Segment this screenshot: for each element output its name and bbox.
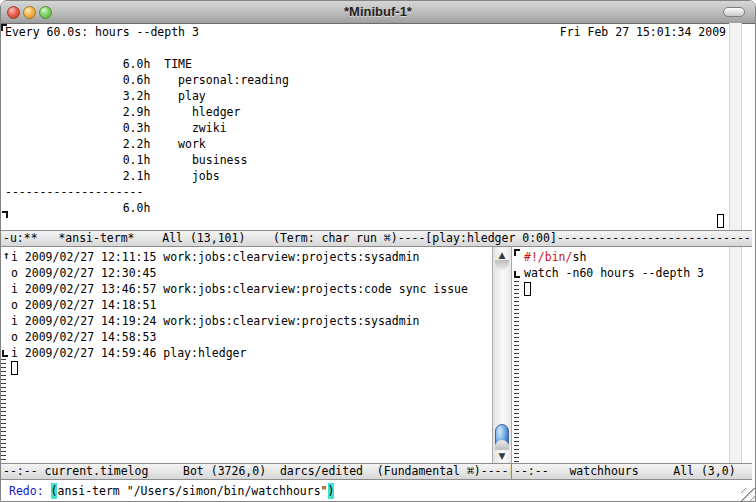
scroll-down-arrow-icon[interactable]: ▼ — [493, 451, 511, 461]
term-cursor — [717, 214, 724, 228]
empty-line-marks — [514, 281, 519, 463]
script-shebang-line: #!/bin/sh — [524, 249, 586, 265]
buffer-bottom-corner-icon — [2, 350, 8, 357]
timelog-entries: i 2009/02/27 12:11:15 work:jobs:clearvie… — [11, 249, 468, 361]
minibuffer-prompt: Redo: — [9, 483, 51, 499]
resize-grip[interactable] — [741, 488, 755, 502]
hours-report: 6.0h TIME 0.6h personal:reading 3.2h pla… — [5, 40, 289, 216]
timelog-scrollbar[interactable]: ▲ ▼ — [492, 247, 512, 463]
watch-command: Every 60.0s: hours --depth 3 — [5, 24, 199, 40]
term-scrollbar-track[interactable] — [729, 23, 742, 230]
toolbar-toggle-button[interactable] — [723, 7, 745, 17]
buffer-bottom-corner-icon — [514, 271, 520, 278]
buffer-top-corner-icon — [514, 249, 520, 256]
shebang-path: #!/bin/ — [524, 250, 572, 264]
script-cursor — [524, 282, 531, 296]
buffer-bottom-corner-icon — [2, 211, 8, 218]
scrollbar-cap — [495, 440, 509, 450]
close-button-icon[interactable] — [7, 6, 20, 19]
minibuffer-command: ansi-term "/Users/simon/bin/watchhours" — [57, 483, 327, 499]
timelog-cursor — [11, 361, 18, 375]
window-title: *Minibuf-1* — [1, 4, 755, 20]
zoom-button-icon[interactable] — [39, 6, 52, 19]
modeline-script-text: --:-- watchhours All (3,0) — [512, 464, 752, 479]
minimize-button-icon[interactable] — [23, 6, 36, 19]
open-paren-highlight: ( — [51, 483, 58, 499]
scroll-up-arrow-icon[interactable]: ▲ — [493, 250, 511, 260]
script-scrollbar-track[interactable] — [729, 247, 742, 463]
fringe-up-arrow-icon: ↑ — [3, 250, 10, 261]
close-paren-highlight: ) — [328, 483, 335, 499]
watch-timestamp: Fri Feb 27 15:01:34 2009 — [560, 24, 726, 40]
watch-header: Every 60.0s: hours --depth 3 Fri Feb 27 … — [5, 24, 726, 40]
modeline-timelog-text: --:-- current.timelog Bot (3726,0) darcs… — [1, 464, 511, 479]
modeline-ansi-term: -u:** *ansi-term* All (13,101) (Term: ch… — [1, 230, 752, 247]
modeline-script: --:-- watchhours All (3,0) — [512, 463, 752, 480]
script-command-line: watch -n60 hours --depth 3 — [524, 265, 704, 281]
titlebar[interactable]: *Minibuf-1* — [1, 1, 755, 24]
modeline-timelog: --:-- current.timelog Bot (3726,0) darcs… — [1, 463, 512, 480]
empty-line-marks — [1, 359, 6, 463]
minibuffer[interactable]: Redo: (ansi-term "/Users/simon/bin/watch… — [9, 483, 334, 499]
emacs-window: *Minibuf-1* Every 60.0s: hours --depth 3… — [0, 0, 756, 502]
scrollbar-cap — [495, 260, 509, 270]
modeline-ansi-term-text: -u:** *ansi-term* All (13,101) (Term: ch… — [1, 231, 752, 246]
shebang-interpreter: sh — [572, 250, 586, 264]
